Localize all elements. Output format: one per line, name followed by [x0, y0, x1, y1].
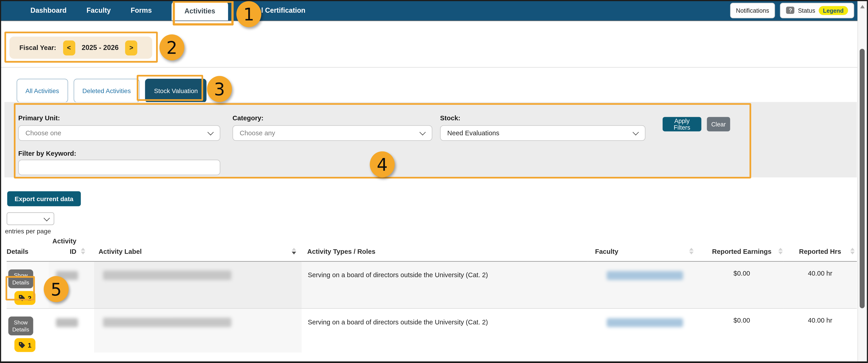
stock-select[interactable]: Need Evaluations — [440, 125, 645, 141]
primary-unit-value: Choose one — [25, 129, 208, 137]
activity-id-cell — [49, 261, 94, 309]
tag-count: 2 — [28, 294, 31, 302]
nav-item-certification[interactable]: l Certification — [261, 6, 305, 14]
nav-item-activities-active[interactable]: Activities — [172, 2, 228, 21]
tab-all-activities[interactable]: All Activities — [17, 79, 68, 103]
entries-per-page-label: entries per page — [5, 228, 868, 234]
keyword-filter-input[interactable] — [18, 160, 220, 175]
activity-types-text: Serving on a board of directors outside … — [302, 317, 587, 327]
reported-hrs-cell: 40.00 hr — [783, 261, 857, 309]
details-cell: Show Details 2 — [7, 261, 49, 309]
stock-value: Need Evaluations — [447, 129, 633, 137]
top-navbar: Dashboard Faculty Forms Activities l Cer… — [0, 0, 859, 21]
chevron-down-icon — [632, 129, 639, 136]
fiscal-year-label: Fiscal Year: — [19, 44, 56, 52]
column-header-details: Details — [7, 236, 49, 261]
activities-table: Details Activity ID Activity Label Activ… — [7, 236, 857, 353]
chevron-down-icon — [208, 129, 214, 136]
notifications-label: Notifications — [736, 7, 769, 13]
nav-item-faculty[interactable]: Faculty — [87, 6, 111, 14]
redacted-faculty-link[interactable] — [607, 318, 683, 327]
status-legend-button[interactable]: ? Status Legend — [780, 2, 854, 18]
chevron-down-icon — [420, 129, 426, 136]
tags-button[interactable]: 2 — [14, 291, 35, 305]
scrollbar-thumb[interactable] — [860, 49, 865, 308]
activity-types-cell: Serving on a board of directors outside … — [302, 261, 588, 309]
notifications-button[interactable]: Notifications — [730, 2, 775, 18]
table-header-row: Details Activity ID Activity Label Activ… — [7, 236, 857, 261]
activity-label-cell — [94, 261, 302, 309]
show-details-button[interactable]: Show Details — [8, 317, 33, 336]
entries-per-page-select[interactable] — [7, 212, 54, 225]
export-current-data-button[interactable]: Export current data — [7, 191, 81, 206]
table-row: Show Details 2 Serving on a board of dir… — [7, 261, 857, 309]
clear-filters-button[interactable]: Clear — [707, 117, 730, 131]
activity-id-cell — [49, 309, 94, 353]
activity-types-text: Serving on a board of directors outside … — [302, 270, 587, 280]
activities-view-tabs: All Activities Deleted Activities Stock … — [0, 68, 868, 102]
primary-unit-label: Primary Unit: — [18, 114, 60, 122]
activity-types-cell: Serving on a board of directors outside … — [302, 309, 588, 353]
column-header-activity-label[interactable]: Activity Label — [94, 236, 302, 261]
column-header-reported-earnings[interactable]: Reported Earnings — [700, 236, 783, 261]
details-cell: Show Details 1 — [7, 309, 49, 353]
sort-icon[interactable] — [689, 248, 694, 254]
stock-label: Stock: — [440, 114, 460, 122]
table-row: Show Details 1 Serving on a board of dir… — [7, 309, 857, 353]
tab-deleted-activities[interactable]: Deleted Activities — [73, 79, 140, 103]
reported-earnings-cell: $0.00 — [700, 261, 783, 309]
tags-button[interactable]: 1 — [14, 338, 35, 352]
column-header-faculty[interactable]: Faculty — [588, 236, 700, 261]
fiscal-year-selector: Fiscal Year: < 2025 - 2026 > — [9, 36, 152, 59]
reported-earnings-cell: $0.00 — [700, 309, 783, 353]
legend-badge: Legend — [818, 6, 848, 15]
redacted-activity-label — [103, 271, 231, 280]
scrollbar-up-arrow-icon[interactable] — [860, 5, 865, 8]
redacted-activity-id — [56, 318, 78, 327]
navbar-right-group: Notifications ? Status Legend — [730, 2, 854, 18]
reported-hrs-cell: 40.00 hr — [783, 309, 857, 353]
sort-icon-active-desc[interactable] — [292, 248, 296, 254]
primary-unit-select[interactable]: Choose one — [18, 125, 220, 141]
apply-filters-button[interactable]: Apply Filters — [662, 117, 702, 131]
redacted-activity-id — [56, 271, 78, 280]
faculty-cell — [588, 309, 700, 353]
sort-icon[interactable] — [850, 248, 855, 254]
sort-icon[interactable] — [778, 248, 783, 254]
column-header-activity-types: Activity Types / Roles — [302, 236, 588, 261]
tag-count: 1 — [28, 341, 31, 349]
nav-item-activities-label: Activities — [185, 7, 215, 15]
nav-item-dashboard[interactable]: Dashboard — [30, 6, 66, 14]
help-question-icon: ? — [786, 7, 795, 14]
redacted-faculty-link[interactable] — [607, 271, 683, 280]
tag-icon — [18, 342, 26, 349]
column-header-activity-label-label: Activity Label — [99, 248, 142, 256]
tag-icon — [18, 295, 26, 302]
column-header-activity-id-label: Activity ID — [52, 237, 76, 256]
keyword-filter-label: Filter by Keyword: — [18, 149, 76, 157]
filters-panel: Primary Unit: Choose one Category: Choos… — [4, 102, 857, 177]
activity-label-cell — [94, 309, 302, 353]
sort-icon[interactable] — [81, 248, 86, 254]
redacted-activity-label — [103, 318, 231, 327]
fiscal-year-next-button[interactable]: > — [125, 40, 137, 55]
tab-stock-valuation[interactable]: Stock Valuation — [145, 79, 207, 103]
chevron-down-icon — [43, 215, 50, 221]
fiscal-year-value: 2025 - 2026 — [82, 44, 119, 52]
vertical-scrollbar[interactable] — [858, 1, 867, 362]
nav-item-forms[interactable]: Forms — [131, 6, 152, 14]
category-label: Category: — [232, 114, 264, 122]
show-details-button[interactable]: Show Details — [8, 270, 33, 288]
category-select[interactable]: Choose any — [232, 125, 433, 141]
column-header-reported-earnings-label: Reported Earnings — [712, 248, 771, 256]
column-header-reported-hrs[interactable]: Reported Hrs — [783, 236, 857, 261]
app-window: Dashboard Faculty Forms Activities l Cer… — [0, 0, 868, 363]
category-value: Choose any — [240, 129, 420, 137]
fiscal-year-section: Fiscal Year: < 2025 - 2026 > — [0, 21, 868, 68]
column-header-faculty-label: Faculty — [595, 248, 618, 256]
faculty-cell — [588, 261, 700, 309]
fiscal-year-prev-button[interactable]: < — [63, 40, 75, 55]
column-header-reported-hrs-label: Reported Hrs — [799, 248, 841, 256]
status-label: Status — [798, 7, 815, 13]
column-header-activity-id[interactable]: Activity ID — [49, 236, 94, 261]
